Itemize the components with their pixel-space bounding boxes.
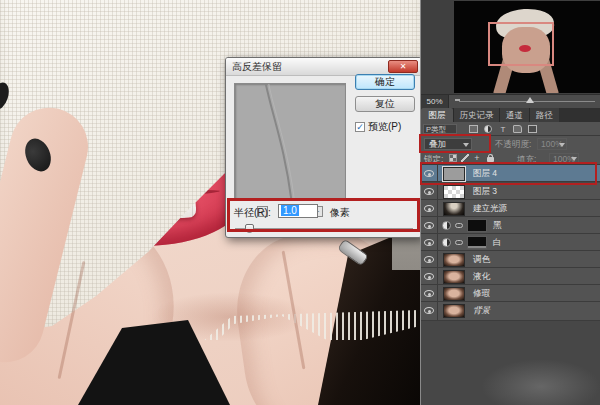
lock-pixels-icon[interactable]	[461, 154, 469, 162]
photoshop-workspace: 高反差保留 ✕ − 100% + 确定 复位 ✓ 预览(P) 半径(R): 1.…	[0, 0, 600, 405]
tab-history[interactable]: 历史记录	[453, 108, 499, 122]
filter-preview[interactable]	[234, 83, 346, 200]
layer-row-color-grade[interactable]: 调色	[421, 251, 600, 268]
eye-icon[interactable]	[424, 222, 434, 229]
visibility-cell[interactable]	[421, 165, 438, 182]
filter-type-icon[interactable]: T	[499, 125, 507, 133]
chevron-down-icon	[559, 143, 565, 147]
blend-opacity-row: 叠加 不透明度: 100%	[421, 136, 600, 152]
radius-label: 半径(R):	[234, 206, 271, 220]
radius-input[interactable]: 1.0	[278, 204, 318, 218]
lock-transparency-icon[interactable]	[449, 154, 457, 162]
layer-name: 黑	[493, 217, 502, 234]
layer-row-light-source[interactable]: 建立光源	[421, 200, 600, 217]
panel-empty-area	[421, 339, 600, 405]
lock-all-icon[interactable]	[487, 157, 494, 162]
visibility-cell[interactable]	[421, 302, 438, 321]
visibility-cell[interactable]	[421, 200, 438, 217]
layer-thumbnail[interactable]	[443, 167, 465, 181]
layer-mask-thumbnail[interactable]	[467, 219, 487, 232]
radius-slider-thumb[interactable]	[245, 224, 254, 233]
layer-thumbnail[interactable]	[443, 304, 465, 318]
eye-icon[interactable]	[424, 239, 434, 246]
navigator-proxy-rect[interactable]	[488, 22, 554, 66]
layer-row-black-adjustment[interactable]: 黑	[421, 217, 600, 234]
navigator-zoom-thumb[interactable]	[526, 97, 534, 103]
adjustment-layer-icon[interactable]	[442, 221, 451, 230]
layer-name: 建立光源	[473, 200, 507, 217]
radius-unit-label: 像素	[330, 206, 350, 220]
navigator-zoom-level[interactable]: 50%	[421, 95, 449, 108]
chevron-down-icon	[463, 143, 469, 147]
layer-name: 调色	[473, 251, 490, 268]
radius-value: 1.0	[281, 205, 299, 216]
lock-fill-row: 锁定: + 填充: 100%	[421, 152, 600, 165]
layer-filter-row: P类型 T	[421, 122, 600, 136]
layer-row-white-adjustment[interactable]: 白	[421, 234, 600, 251]
mask-link-icon	[455, 223, 463, 228]
preview-checkbox-row: ✓ 预览(P)	[355, 120, 401, 134]
visibility-cell[interactable]	[421, 251, 438, 268]
layer-mask-thumbnail[interactable]	[467, 236, 487, 249]
filter-pixel-icon[interactable]	[469, 125, 478, 133]
layer-row-retouch[interactable]: 修瑕	[421, 285, 600, 302]
layer-name: 液化	[473, 268, 490, 285]
visibility-cell[interactable]	[421, 183, 438, 200]
opacity-label: 不透明度:	[495, 139, 531, 151]
layer-thumbnail[interactable]	[443, 270, 465, 284]
layer-row-background[interactable]: 背景	[421, 302, 600, 321]
filter-adjustment-icon[interactable]	[484, 125, 492, 133]
ok-button[interactable]: 确定	[355, 74, 415, 90]
layer-name: 修瑕	[473, 285, 490, 302]
radius-slider-track	[235, 228, 413, 230]
tab-channels[interactable]: 通道	[499, 108, 529, 122]
layer-row-liquify[interactable]: 液化	[421, 268, 600, 285]
mask-link-icon	[455, 240, 463, 245]
filter-shape-icon[interactable]	[513, 125, 522, 133]
eye-icon[interactable]	[424, 273, 434, 280]
tab-layers[interactable]: 图层	[421, 108, 453, 122]
eye-icon[interactable]	[424, 290, 434, 297]
navigator-zoom-bar: 50%	[421, 94, 600, 108]
layer-row-layer4[interactable]: 图层 4	[421, 165, 600, 182]
layer-thumbnail[interactable]	[443, 253, 465, 267]
visibility-cell[interactable]	[421, 268, 438, 285]
visibility-cell[interactable]	[421, 217, 438, 234]
layer-thumbnail[interactable]	[443, 185, 465, 199]
preview-checkbox[interactable]: ✓	[355, 122, 365, 132]
adjustment-layer-icon[interactable]	[442, 238, 451, 247]
visibility-cell[interactable]	[421, 285, 438, 302]
eye-icon[interactable]	[424, 205, 434, 212]
visibility-cell[interactable]	[421, 234, 438, 251]
filter-smart-object-icon[interactable]	[528, 125, 537, 133]
radius-slider[interactable]	[235, 224, 413, 234]
layer-thumbnail[interactable]	[443, 287, 465, 301]
fill-value-dropdown[interactable]: 100%	[549, 153, 579, 164]
panel-light-blob	[481, 359, 600, 405]
opacity-value-dropdown[interactable]: 100%	[537, 138, 567, 150]
blend-mode-value: 叠加	[429, 139, 446, 149]
close-icon[interactable]: ✕	[388, 60, 418, 73]
navigator-thumbnail	[454, 1, 600, 93]
layer-name: 白	[493, 234, 502, 251]
layer-name: 背景	[473, 302, 490, 319]
blend-mode-dropdown[interactable]: 叠加	[424, 138, 472, 150]
navigator-panel	[421, 0, 600, 94]
panel-tabs: 图层 历史记录 通道 路径	[421, 108, 600, 122]
eye-icon[interactable]	[424, 307, 434, 314]
highpass-preview-line	[235, 84, 346, 200]
eye-icon[interactable]	[424, 256, 434, 263]
layer-thumbnail[interactable]	[443, 202, 465, 216]
eye-icon[interactable]	[424, 170, 434, 177]
high-pass-dialog: 高反差保留 ✕ − 100% + 确定 复位 ✓ 预览(P) 半径(R): 1.…	[225, 57, 422, 238]
lock-position-icon[interactable]: +	[473, 154, 481, 162]
right-panel: 50% 图层 历史记录 通道 路径 P类型 T 叠加 不透明	[420, 0, 600, 405]
filter-kind-dropdown[interactable]: P类型	[423, 124, 457, 134]
chevron-down-icon	[571, 157, 577, 161]
reset-button[interactable]: 复位	[355, 96, 415, 112]
layer-name: 图层 4	[473, 165, 497, 182]
tab-paths[interactable]: 路径	[529, 108, 559, 122]
layer-row-layer3[interactable]: 图层 3	[421, 183, 600, 200]
layer-name: 图层 3	[473, 183, 497, 200]
eye-icon[interactable]	[424, 188, 434, 195]
